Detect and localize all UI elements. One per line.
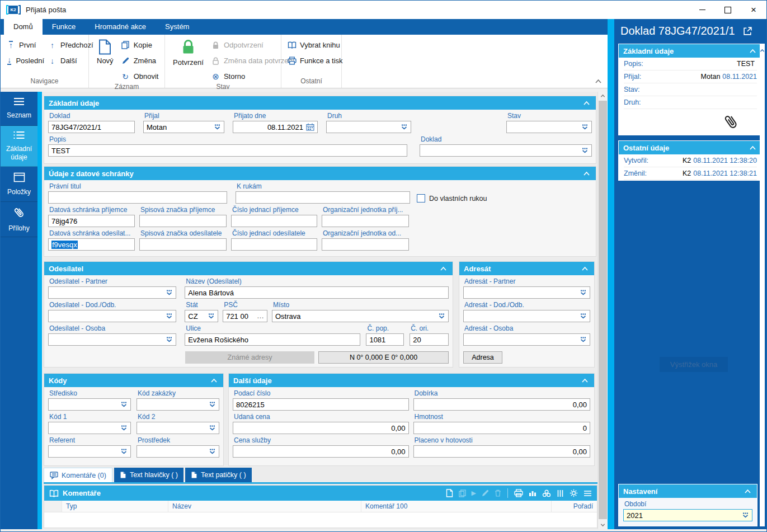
collapse-chevron-icon[interactable] [582,171,591,176]
paperclip-icon[interactable] [721,111,742,133]
window-snip-button[interactable]: Výstřižek okna [660,357,728,372]
odesilatel-osoba-input[interactable] [48,333,176,346]
cislo-orientacni-input[interactable]: 20 [410,333,449,346]
dropdown-icon[interactable] [438,313,445,319]
copy-button[interactable]: Kopie [119,39,161,51]
chart-icon[interactable] [529,489,537,497]
dropdown-icon[interactable] [120,402,128,408]
ds-prijemce-input[interactable]: 78jg476 [48,215,135,227]
pravni-titul-input[interactable] [48,191,227,204]
odesilatel-partner-input[interactable] [48,286,176,299]
dropdown-icon[interactable] [208,313,215,319]
referent-input[interactable] [48,445,131,458]
podaci-cislo-input[interactable]: 8026215 [233,398,409,411]
scrollbar-thumb[interactable] [599,101,607,519]
psc-input[interactable]: 721 00… [223,310,267,322]
stav-input[interactable] [506,121,592,133]
prijato-dne-input[interactable]: 08.11.2021 [233,121,318,133]
tab-hromadne-akce[interactable]: Hromadné akce [85,19,156,35]
cj-prijemce-input[interactable] [231,215,317,227]
odesilatel-dod-odb-input[interactable] [48,310,176,322]
collapse-chevron-icon[interactable] [439,266,448,271]
menu-icon[interactable] [584,490,592,497]
collapse-chevron-icon[interactable] [580,266,590,271]
tab-text-paticky[interactable]: Text patičky ( ) [185,468,252,482]
ds-odesilatele-input[interactable]: f9vesqx [48,238,135,251]
sidebar-item-zakladni-udaje[interactable]: Základní údaje [1,126,37,167]
preview-scrollbar[interactable] [760,44,765,526]
prostredek-input[interactable] [137,445,219,458]
cj-odesilatele-input[interactable] [231,238,317,251]
cislo-popisne-input[interactable]: 1081 [366,333,404,346]
dropdown-icon[interactable] [166,313,173,319]
sidebar-item-polozky[interactable]: Položky [1,167,37,202]
minimize-button[interactable] [689,1,715,19]
new-button[interactable]: Nový [93,37,117,82]
ellipsis-icon[interactable]: … [257,314,264,318]
doklad-input[interactable]: 78JG47/2021/1 [48,121,135,133]
placeno-hotovost-input[interactable]: 0,00 [413,445,591,458]
druh-input[interactable] [326,121,411,133]
tab-text-hlavicky[interactable]: Text hlavičky ( ) [114,468,183,482]
collapse-chevron-icon[interactable] [209,378,219,383]
column-poradi[interactable]: Pořadí [552,501,597,512]
edit-button[interactable]: Změna [119,55,161,67]
last-button[interactable]: ↓Poslední [4,55,46,67]
sz-prijemce-input[interactable] [139,215,227,227]
filter-circles-icon[interactable] [542,489,551,497]
tab-domu[interactable]: Domů [4,19,43,35]
column-komentar[interactable]: Komentář 100 [361,501,552,512]
oj-prijemce-input[interactable] [322,215,409,227]
sidebar-item-prilohy[interactable]: Přílohy [1,202,37,237]
adresat-partner-input[interactable] [463,286,590,299]
hmotnost-input[interactable]: 0 [413,422,591,434]
ribbon-collapse-chevron-icon[interactable] [595,77,602,86]
tab-system[interactable]: Systém [156,19,199,35]
maximize-button[interactable] [715,1,741,19]
kod2-input[interactable] [137,422,219,434]
dropdown-icon[interactable] [581,124,589,130]
dropdown-icon[interactable] [401,124,408,130]
tab-funkce[interactable]: Funkce [43,19,86,35]
popis-input[interactable]: TEST [48,144,407,157]
k-rukam-input[interactable] [236,191,410,204]
dropdown-icon[interactable] [581,148,589,154]
gps-coordinates-button[interactable]: N 0° 0,000 E 0° 0,000 [318,351,449,364]
first-button[interactable]: ↑První [4,39,46,51]
dropdown-icon[interactable] [120,425,128,431]
collapse-chevron-icon[interactable] [748,145,757,150]
dropdown-icon[interactable] [742,512,749,519]
dropdown-icon[interactable] [580,337,587,343]
sidebar-item-seznam[interactable]: Seznam [1,92,37,126]
stredisko-input[interactable] [48,398,131,411]
scroll-up-icon[interactable] [760,46,765,526]
dropdown-icon[interactable] [580,290,587,296]
dropdown-icon[interactable] [214,124,221,130]
gear-icon[interactable] [570,489,578,497]
sz-odesilatele-input[interactable] [139,238,227,251]
functions-print-button[interactable]: Funkce a tisk [285,55,345,67]
dropdown-icon[interactable] [166,337,173,343]
columns-icon[interactable] [557,489,564,497]
main-scrollbar[interactable] [597,92,608,529]
previous-button[interactable]: ↑Předchozí [46,39,95,51]
confirm-button[interactable]: Potvrzení [169,37,208,82]
do-vlastnich-rukou-checkbox[interactable] [417,194,425,203]
udana-cena-input[interactable]: 0,00 [233,422,409,434]
cena-sluzby-input[interactable]: 0,00 [233,445,409,458]
obdobi-input[interactable]: 2021 [623,509,752,521]
oj-odesilatele-input[interactable] [322,238,409,251]
dropdown-icon[interactable] [166,290,173,296]
print-icon[interactable] [514,489,523,497]
dropdown-icon[interactable] [120,449,128,455]
adresa-button[interactable]: Adresa [463,351,502,364]
scroll-down-icon[interactable] [598,521,608,529]
dropdown-icon[interactable] [209,449,216,455]
kod-zakazky-input[interactable] [137,398,219,411]
collapse-chevron-icon[interactable] [580,378,590,383]
collapse-chevron-icon[interactable] [748,49,757,54]
dobirka-input[interactable]: 0,00 [413,398,591,411]
open-in-window-icon[interactable] [743,26,752,36]
column-typ[interactable]: Typ [62,501,168,512]
refresh-button[interactable]: ↻Obnovit [119,70,161,82]
